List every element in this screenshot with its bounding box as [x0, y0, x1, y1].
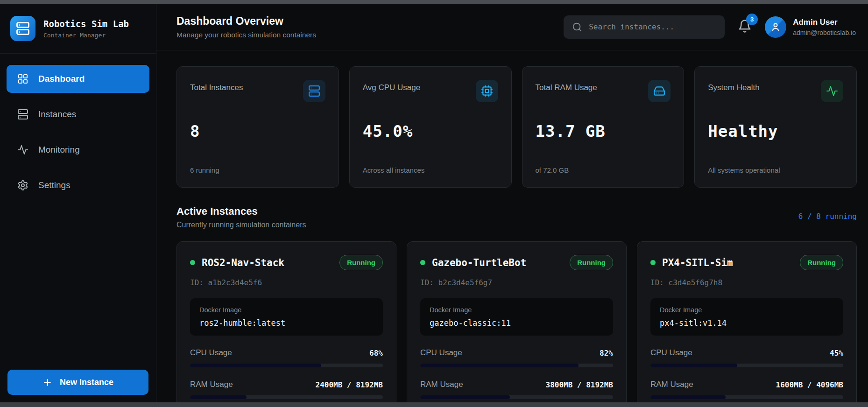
new-instance-label: New Instance: [60, 378, 113, 387]
sidebar-item-dashboard[interactable]: Dashboard: [7, 65, 149, 93]
docker-image-label: Docker Image: [199, 306, 374, 314]
instance-name: ROS2-Nav-Stack: [202, 257, 333, 268]
ram-progress-track: [420, 395, 613, 399]
section-subtitle: Currently running simulation containers: [176, 221, 306, 229]
dashboard-content: Total Instances 8 6 running Avg CPU Usag…: [156, 50, 868, 402]
ram-progress-fill: [420, 395, 510, 399]
sidebar: Robotics Sim Lab Container Manager Dashb…: [0, 4, 156, 402]
cpu-usage-label: CPU Usage: [420, 348, 462, 358]
stat-value: Healthy: [708, 122, 843, 140]
server-stack-logo-icon: [10, 16, 35, 41]
stat-value: 8: [190, 122, 325, 140]
stat-value: 45.0%: [363, 122, 498, 140]
new-instance-button[interactable]: New Instance: [7, 370, 148, 395]
ram-usage-label: RAM Usage: [650, 380, 693, 389]
gear-icon: [17, 180, 28, 191]
ram-progress-track: [650, 395, 843, 399]
stat-value: 13.7 GB: [536, 122, 671, 140]
cpu-icon: [481, 85, 493, 97]
ram-usage-label: RAM Usage: [420, 380, 463, 389]
plus-icon: [42, 378, 52, 387]
docker-image-box: Docker Image px4-sitl:v1.14: [650, 298, 843, 336]
sidebar-item-label: Instances: [38, 109, 76, 119]
status-badge: Running: [800, 255, 843, 270]
stat-icon-box: [821, 80, 843, 102]
docker-image-value: gazebo-classic:11: [430, 318, 604, 328]
stat-subtext: Across all instances: [363, 166, 498, 174]
notifications-button[interactable]: 3: [738, 19, 752, 35]
cpu-progress-fill: [420, 364, 579, 367]
status-dot: [190, 260, 195, 265]
user-email: admin@roboticslab.io: [793, 29, 856, 36]
ram-usage-value: 2400MB / 8192MB: [316, 380, 383, 389]
status-badge: Running: [570, 255, 613, 270]
stats-row: Total Instances 8 6 running Avg CPU Usag…: [176, 66, 857, 188]
notification-count-badge: 3: [746, 14, 758, 25]
ram-usage-value: 1600MB / 4096MB: [776, 380, 844, 389]
stat-label: Total Instances: [190, 80, 243, 92]
ram-progress-track: [190, 395, 383, 399]
stat-label: System Health: [708, 80, 760, 92]
cpu-usage-value: 68%: [369, 349, 383, 358]
user-info: Admin User admin@roboticslab.io: [793, 18, 856, 36]
user-icon: [770, 21, 781, 33]
instances-row: ROS2-Nav-Stack Running ID: a1b2c3d4e5f6 …: [176, 241, 857, 402]
cpu-progress-track: [650, 364, 843, 367]
server-icon: [17, 109, 28, 120]
cpu-progress-fill: [190, 364, 321, 367]
active-instances-header: Active Instances Currently running simul…: [176, 205, 857, 229]
avatar: [765, 16, 786, 38]
instance-id: ID: a1b2c3d4e5f6: [190, 278, 383, 287]
instance-card: PX4-SITL-Sim Running ID: c3d4e5f6g7h8 Do…: [637, 241, 857, 402]
sidebar-nav: Dashboard Instances Monitoring Settings: [0, 54, 156, 199]
window-bottom-edge: [0, 402, 868, 407]
docker-image-label: Docker Image: [430, 306, 604, 314]
instance-name: Gazebo-TurtleBot: [432, 257, 563, 268]
window-top-edge: [0, 0, 868, 4]
stat-subtext: 6 running: [190, 166, 325, 174]
docker-image-label: Docker Image: [660, 306, 834, 314]
sidebar-item-label: Dashboard: [38, 74, 85, 84]
instance-card: Gazebo-TurtleBot Running ID: b2c3d4e5f6g…: [407, 241, 627, 402]
harddrive-icon: [653, 85, 665, 97]
search-icon: [572, 22, 582, 32]
server-icon: [308, 85, 320, 97]
sidebar-item-label: Monitoring: [38, 145, 80, 155]
ram-progress-fill: [190, 395, 247, 399]
cpu-usage-label: CPU Usage: [650, 348, 692, 358]
user-menu[interactable]: Admin User admin@roboticslab.io: [765, 16, 856, 38]
cpu-progress-track: [190, 364, 383, 367]
status-dot: [650, 260, 656, 265]
docker-image-value: ros2-humble:latest: [199, 318, 374, 328]
search-input[interactable]: [589, 22, 716, 31]
cpu-usage-value: 45%: [830, 349, 843, 358]
cpu-usage-value: 82%: [600, 349, 613, 358]
ram-progress-fill: [650, 395, 726, 399]
instance-card: ROS2-Nav-Stack Running ID: a1b2c3d4e5f6 …: [176, 241, 396, 402]
activity-icon: [17, 144, 28, 155]
section-title: Active Instances: [176, 205, 306, 218]
page-title: Dashboard Overview: [176, 15, 316, 28]
activity-icon: [826, 85, 838, 97]
stat-label: Total RAM Usage: [536, 80, 597, 92]
app-title: Robotics Sim Lab: [43, 19, 129, 29]
stat-icon-box: [303, 80, 325, 102]
main-area: Dashboard Overview Manage your robotics …: [156, 4, 868, 402]
docker-image-box: Docker Image ros2-humble:latest: [190, 298, 383, 336]
sidebar-item-settings[interactable]: Settings: [7, 171, 149, 199]
docker-image-value: px4-sitl:v1.14: [660, 318, 834, 328]
page-header-titles: Dashboard Overview Manage your robotics …: [176, 15, 316, 39]
stat-subtext: of 72.0 GB: [536, 166, 671, 174]
stat-subtext: All systems operational: [708, 166, 843, 174]
app-logo: Robotics Sim Lab Container Manager: [0, 4, 156, 54]
instance-id: ID: b2c3d4e5f6g7: [420, 278, 613, 287]
stat-icon-box: [476, 80, 498, 102]
app-subtitle: Container Manager: [43, 32, 129, 39]
active-instances-titles: Active Instances Currently running simul…: [176, 205, 306, 229]
sidebar-item-monitoring[interactable]: Monitoring: [7, 136, 149, 164]
status-badge: Running: [339, 255, 383, 270]
running-summary: 6 / 8 running: [798, 212, 857, 221]
instance-name: PX4-SITL-Sim: [662, 257, 793, 268]
cpu-usage-label: CPU Usage: [190, 348, 232, 358]
sidebar-item-instances[interactable]: Instances: [7, 100, 149, 128]
